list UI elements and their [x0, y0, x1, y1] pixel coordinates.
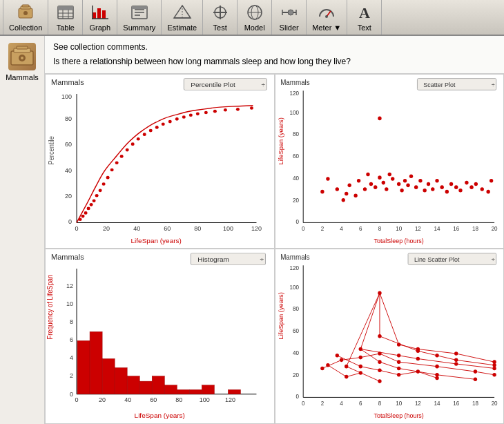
svg-text:Histogram: Histogram [197, 256, 229, 263]
svg-text:40: 40 [133, 224, 140, 231]
svg-point-145 [418, 179, 422, 183]
svg-point-157 [474, 182, 477, 186]
toolbar-table[interactable]: Table [48, 0, 83, 35]
toolbar-slider[interactable]: Slider [272, 0, 307, 35]
graph-icon [90, 3, 110, 22]
svg-text:20: 20 [491, 225, 497, 231]
svg-point-93 [250, 106, 253, 110]
svg-point-273 [396, 343, 400, 347]
svg-rect-194 [202, 385, 214, 394]
model-icon [245, 3, 264, 22]
svg-rect-39 [17, 46, 28, 49]
toolbar-estimate[interactable]: Estimate [162, 0, 203, 35]
svg-point-65 [81, 214, 85, 218]
svg-point-134 [378, 175, 381, 180]
svg-point-148 [431, 187, 434, 191]
svg-point-83 [162, 122, 165, 126]
svg-text:Mammals: Mammals [280, 78, 310, 86]
svg-point-69 [93, 199, 96, 202]
toolbar-text[interactable]: A Text [347, 0, 382, 35]
toolbar-meter-label: Meter ▼ [312, 23, 341, 32]
svg-text:Mammals: Mammals [51, 253, 84, 262]
svg-text:Mammals: Mammals [51, 78, 84, 86]
svg-text:LifeSpan (years): LifeSpan (years) [131, 237, 182, 244]
svg-point-151 [445, 189, 448, 193]
toolbar-summary[interactable]: Summary [117, 0, 162, 35]
svg-point-144 [414, 185, 417, 189]
svg-text:12: 12 [414, 401, 420, 407]
toolbar-test[interactable]: Test [203, 0, 238, 35]
svg-point-129 [356, 179, 360, 183]
svg-rect-185 [90, 332, 102, 394]
svg-text:16: 16 [453, 401, 459, 407]
svg-text:20: 20 [103, 224, 110, 231]
svg-text:12: 12 [66, 283, 73, 290]
svg-point-152 [449, 182, 452, 186]
svg-point-289 [473, 370, 476, 374]
svg-text:6: 6 [359, 401, 362, 407]
toolbar-graph[interactable]: Graph [83, 0, 117, 35]
svg-text:4: 4 [340, 225, 343, 231]
svg-point-80 [143, 133, 146, 136]
svg-rect-186 [102, 359, 115, 394]
svg-text:20: 20 [65, 193, 72, 200]
svg-point-282 [435, 354, 438, 358]
svg-point-86 [182, 115, 186, 119]
svg-point-128 [353, 193, 357, 197]
svg-text:18: 18 [472, 401, 478, 407]
svg-point-88 [196, 112, 200, 115]
svg-point-279 [416, 349, 419, 354]
svg-point-149 [435, 179, 438, 183]
svg-point-258 [320, 367, 324, 371]
svg-text:LifeSpan (years): LifeSpan (years) [277, 117, 284, 164]
svg-text:Mammals: Mammals [280, 253, 310, 261]
svg-text:60: 60 [164, 224, 171, 231]
svg-point-68 [90, 203, 93, 206]
toolbar-model[interactable]: Model [238, 0, 272, 35]
svg-text:÷: ÷ [491, 81, 494, 88]
svg-point-82 [155, 126, 159, 129]
svg-text:0: 0 [301, 401, 304, 407]
svg-point-294 [492, 373, 496, 377]
svg-rect-190 [152, 376, 164, 394]
svg-point-136 [385, 187, 388, 191]
svg-point-264 [358, 347, 362, 351]
svg-point-260 [335, 354, 338, 358]
toolbar-table-label: Table [57, 23, 75, 32]
svg-point-261 [339, 358, 342, 363]
svg-text:÷: ÷ [261, 81, 264, 88]
svg-point-76 [120, 155, 124, 158]
svg-text:Percentile: Percentile [48, 136, 55, 164]
toolbar-meter[interactable]: Meter ▼ [307, 0, 347, 35]
svg-point-90 [213, 109, 217, 113]
svg-point-133 [374, 185, 377, 189]
svg-text:14: 14 [434, 225, 440, 231]
svg-point-155 [465, 180, 468, 184]
svg-text:6: 6 [359, 225, 362, 231]
toolbar-graph-label: Graph [90, 23, 111, 32]
svg-text:4: 4 [70, 355, 73, 362]
svg-rect-188 [127, 376, 139, 394]
svg-point-71 [99, 189, 102, 192]
svg-point-290 [473, 378, 476, 382]
svg-text:100: 100 [289, 109, 299, 115]
svg-point-269 [378, 352, 381, 356]
description-line2: Is there a relationship between how long… [53, 56, 496, 68]
svg-text:8: 8 [378, 225, 381, 231]
svg-point-286 [454, 352, 458, 356]
toolbar-collection[interactable]: Collection [3, 0, 48, 35]
svg-point-154 [458, 189, 462, 193]
content-area: See collection comments. Is there a rela… [45, 36, 504, 424]
svg-point-123 [326, 177, 329, 181]
svg-point-78 [131, 142, 135, 146]
svg-point-3 [23, 11, 28, 15]
svg-text:8: 8 [70, 319, 73, 326]
test-icon [211, 3, 230, 22]
svg-point-142 [406, 183, 409, 187]
svg-point-132 [369, 182, 372, 186]
svg-point-150 [440, 185, 443, 189]
chart-line-scatter-plot: Mammals Line Scatter Plot ÷ LifeSpan (ye… [275, 249, 505, 424]
description-panel: See collection comments. Is there a rela… [45, 36, 504, 74]
toolbar-collection-label: Collection [9, 23, 42, 32]
table-icon [56, 3, 75, 22]
